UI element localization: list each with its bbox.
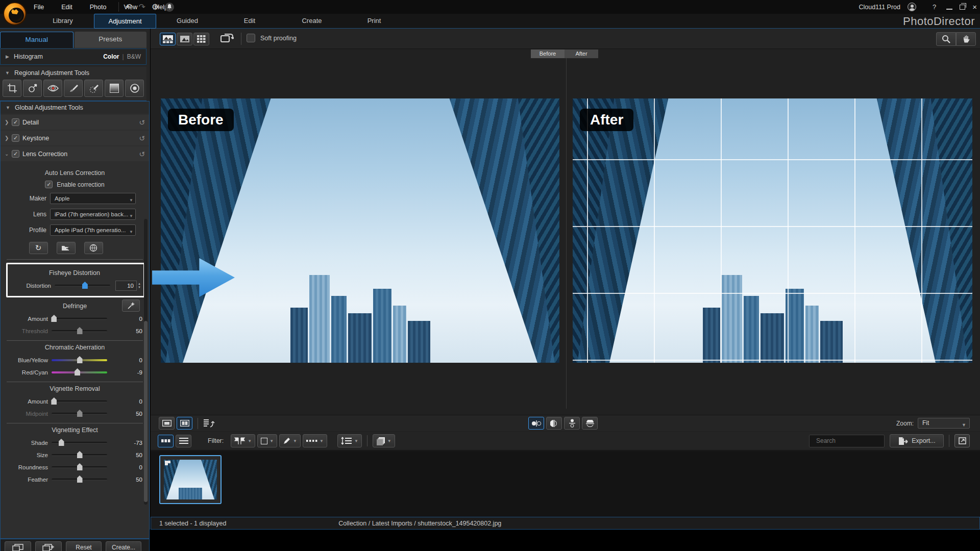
histogram-section[interactable]: ▶ Histogram Color | B&W xyxy=(0,48,146,65)
close-button[interactable]: × xyxy=(972,3,977,11)
roundness-slider[interactable] xyxy=(52,466,107,468)
notification-bell-icon[interactable] xyxy=(165,3,174,12)
photo-thumbnail-selected[interactable] xyxy=(159,455,222,504)
defringe-eyedropper-button[interactable] xyxy=(122,299,140,312)
rotate-view-icon[interactable] xyxy=(220,33,234,44)
undo-icon[interactable]: ↶ xyxy=(126,3,132,11)
distortion-value-field[interactable]: 10 xyxy=(115,281,137,291)
crop-tool-button[interactable] xyxy=(3,80,21,97)
blue-yellow-slider[interactable] xyxy=(52,359,107,361)
sort-order-dropdown[interactable]: ▼ xyxy=(337,434,362,447)
zoom-tool-button[interactable] xyxy=(936,32,956,46)
collapse-arrow-icon[interactable]: ⌄ xyxy=(5,151,12,157)
viewer-only-mode-button[interactable] xyxy=(177,33,192,45)
profile-dropdown[interactable]: Apple iPad (7th generatio... xyxy=(50,224,136,236)
list-view-button[interactable] xyxy=(176,435,191,447)
collapse-arrow-icon[interactable]: ▼ xyxy=(5,70,10,76)
before-image[interactable]: Before xyxy=(161,98,559,363)
thumbnail-view-button[interactable] xyxy=(158,435,174,447)
filter-more-dropdown[interactable]: ▼ xyxy=(303,434,327,447)
group-lens-correction[interactable]: ⌄ ✓ Lens Correction ↺ xyxy=(1,146,149,161)
tab-edit[interactable]: Edit xyxy=(218,14,281,29)
vignette-amount-slider[interactable] xyxy=(52,400,107,403)
menu-photo[interactable]: Photo xyxy=(88,3,109,12)
tab-guided[interactable]: Guided xyxy=(156,14,218,29)
soft-proofing-checkbox[interactable] xyxy=(247,34,255,42)
import-profile-folder-button[interactable] xyxy=(57,242,76,254)
defringe-amount-slider[interactable] xyxy=(52,318,107,320)
expand-arrow-icon[interactable]: ▶ xyxy=(6,54,9,59)
stack-photos-dropdown[interactable]: ▼ xyxy=(373,434,395,447)
filter-adjusted-dropdown[interactable]: ▼ xyxy=(279,434,301,447)
vignette-midpoint-slider[interactable] xyxy=(52,413,107,415)
enable-correction-checkbox[interactable]: ✓ xyxy=(45,181,53,188)
tab-manual[interactable]: Manual xyxy=(0,32,74,48)
reset-icon[interactable]: ↺ xyxy=(139,118,145,127)
menu-edit[interactable]: Edit xyxy=(59,3,75,12)
compare-split-left-right-button[interactable] xyxy=(546,417,562,430)
red-eye-removal-tool-button[interactable] xyxy=(43,80,62,97)
compare-top-bottom-button[interactable] xyxy=(564,417,580,430)
zoom-level-dropdown[interactable]: Fit xyxy=(918,418,970,429)
apply-adjustments-button[interactable] xyxy=(35,541,62,551)
lens-correction-checkbox[interactable]: ✓ xyxy=(12,150,19,158)
redo-icon[interactable]: ↷ xyxy=(138,3,145,11)
radial-mask-tool-button[interactable] xyxy=(125,80,144,97)
open-in-new-window-button[interactable] xyxy=(954,434,970,447)
compare-split-top-bottom-button[interactable] xyxy=(582,417,598,430)
menu-file[interactable]: File xyxy=(32,3,46,12)
tab-create[interactable]: Create xyxy=(281,14,343,29)
red-cyan-slider[interactable] xyxy=(52,371,107,373)
maker-dropdown[interactable]: Apple xyxy=(50,193,136,204)
expand-arrow-icon[interactable]: ❯ xyxy=(5,135,12,141)
compare-side-by-side-button[interactable] xyxy=(528,417,544,430)
distortion-stepper[interactable]: ▲▼ xyxy=(138,283,141,289)
refresh-profile-button[interactable]: ↻ xyxy=(29,242,48,254)
reset-icon[interactable]: ↺ xyxy=(139,150,145,158)
account-name[interactable]: Cloud111 Prod xyxy=(859,4,900,11)
settings-gear-icon[interactable]: ⚙ xyxy=(152,3,159,11)
side-by-side-compare-button[interactable] xyxy=(177,417,192,430)
search-input[interactable] xyxy=(816,437,895,444)
pan-hand-tool-button[interactable] xyxy=(956,32,976,46)
tab-adjustment[interactable]: Adjustment xyxy=(94,14,156,29)
grid-view-mode-button[interactable] xyxy=(193,33,209,45)
detail-checkbox[interactable]: ✓ xyxy=(12,118,19,126)
size-slider[interactable] xyxy=(52,454,107,456)
single-view-button[interactable] xyxy=(159,417,175,430)
spot-removal-tool-button[interactable] xyxy=(23,80,42,97)
help-icon[interactable]: ? xyxy=(933,3,936,11)
adjustment-brush-tool-button[interactable] xyxy=(64,80,83,97)
copy-adjustments-button[interactable] xyxy=(5,541,31,551)
keystone-checkbox[interactable]: ✓ xyxy=(12,134,19,142)
shade-slider[interactable] xyxy=(52,442,107,444)
search-box[interactable]: × xyxy=(809,435,885,447)
tab-library[interactable]: Library xyxy=(32,14,94,29)
filter-flag-dropdown[interactable]: ▼ xyxy=(231,434,255,447)
group-detail[interactable]: ❯ ✓ Detail ↺ xyxy=(1,115,149,130)
scrollbar-thumb[interactable] xyxy=(144,321,148,502)
user-avatar[interactable] xyxy=(908,3,916,11)
gradient-mask-tool-button[interactable] xyxy=(105,80,124,97)
export-button[interactable]: Export... xyxy=(890,434,944,447)
after-image[interactable]: After xyxy=(573,98,972,363)
viewer-filmstrip-mode-button[interactable] xyxy=(160,33,176,45)
minimize-button[interactable] xyxy=(946,4,952,10)
group-keystone[interactable]: ❯ ✓ Keystone ↺ xyxy=(1,131,149,145)
feather-slider[interactable] xyxy=(52,479,107,481)
expand-arrow-icon[interactable]: ❯ xyxy=(5,119,12,125)
before-header-tab[interactable]: Before xyxy=(531,49,565,58)
after-header-tab[interactable]: After xyxy=(565,49,598,58)
tab-print[interactable]: Print xyxy=(343,14,405,29)
distortion-slider[interactable] xyxy=(55,285,110,287)
histogram-color-toggle[interactable]: Color xyxy=(103,53,119,60)
defringe-threshold-slider[interactable] xyxy=(52,330,107,332)
lens-dropdown[interactable]: iPad (7th generation) back... xyxy=(50,209,136,220)
histogram-bw-toggle[interactable]: B&W xyxy=(127,53,141,60)
adjustment-selection-tool-button[interactable] xyxy=(84,80,103,97)
collapse-arrow-icon[interactable]: ▼ xyxy=(6,105,10,110)
maximize-button[interactable] xyxy=(960,5,965,10)
reset-icon[interactable]: ↺ xyxy=(139,134,145,142)
download-online-profile-button[interactable] xyxy=(84,242,103,254)
create-preset-button[interactable]: Create... xyxy=(106,541,141,551)
